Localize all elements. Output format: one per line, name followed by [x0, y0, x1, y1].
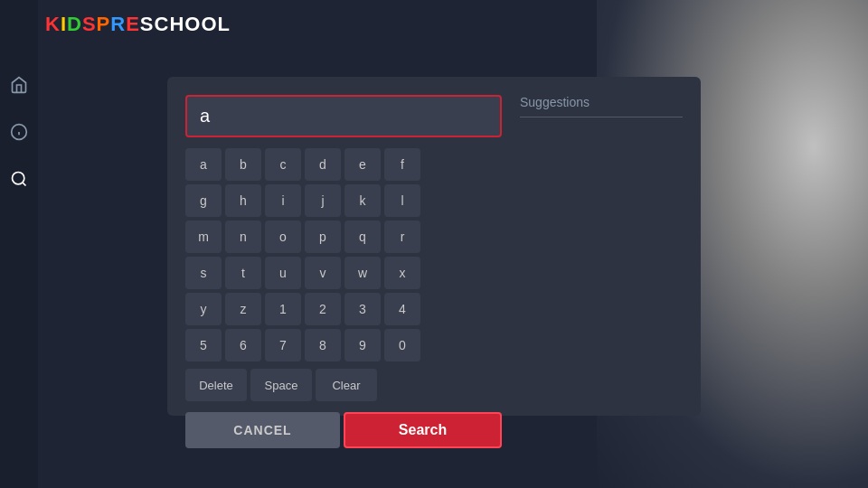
svg-point-3	[13, 173, 24, 184]
search-modal: a a b c d e f g h i j k l	[167, 77, 701, 416]
key-6[interactable]: 6	[225, 329, 261, 361]
key-d[interactable]: d	[305, 148, 341, 181]
key-7[interactable]: 7	[265, 329, 301, 361]
key-j[interactable]: j	[305, 184, 341, 217]
key-9[interactable]: 9	[344, 329, 381, 361]
key-l[interactable]: l	[384, 184, 420, 217]
key-4[interactable]: 4	[384, 293, 420, 325]
key-x[interactable]: x	[384, 257, 420, 289]
key-row-6: 5 6 7 8 9 0	[185, 329, 502, 361]
keyboard-grid: a b c d e f g h i j k l m n o p	[185, 148, 502, 401]
key-row-4: s t u v w x	[185, 257, 502, 289]
key-3[interactable]: 3	[344, 293, 381, 325]
key-m[interactable]: m	[185, 221, 222, 253]
info-icon[interactable]	[6, 119, 32, 145]
logo-r: R	[110, 13, 126, 36]
key-a[interactable]: a	[185, 148, 222, 181]
search-button[interactable]: Search	[344, 412, 502, 448]
bottom-buttons: CANCEL Search	[185, 412, 502, 448]
delete-key[interactable]: Delete	[185, 369, 247, 401]
search-input[interactable]: a	[185, 95, 502, 137]
logo-d: D	[67, 13, 82, 36]
key-1[interactable]: 1	[265, 293, 301, 325]
key-w[interactable]: w	[344, 257, 381, 289]
key-row-1: a b c d e f	[185, 148, 502, 181]
key-v[interactable]: v	[305, 257, 341, 289]
logo-school-text: SCHOOL	[140, 13, 231, 36]
svg-line-4	[23, 183, 26, 186]
clear-key[interactable]: Clear	[316, 369, 377, 401]
logo: KIDSPRE SCHOOL	[45, 13, 231, 36]
key-c[interactable]: c	[265, 148, 301, 181]
key-5[interactable]: 5	[185, 329, 222, 361]
key-n[interactable]: n	[225, 221, 261, 253]
cancel-button[interactable]: CANCEL	[185, 412, 340, 448]
key-f[interactable]: f	[384, 148, 420, 181]
key-s[interactable]: s	[185, 257, 222, 289]
logo-k: K	[45, 13, 61, 36]
logo-s: S	[82, 13, 97, 36]
key-b[interactable]: b	[225, 148, 261, 181]
logo-e: E	[126, 13, 140, 36]
key-z[interactable]: z	[225, 293, 261, 325]
key-2[interactable]: 2	[305, 293, 341, 325]
key-row-2: g h i j k l	[185, 184, 502, 217]
key-e[interactable]: e	[344, 148, 381, 181]
key-g[interactable]: g	[185, 184, 222, 217]
key-o[interactable]: o	[265, 221, 301, 253]
sidebar	[0, 0, 38, 488]
key-r[interactable]: r	[384, 221, 420, 253]
suggestions-panel: Suggestions	[520, 95, 683, 398]
key-row-5: y z 1 2 3 4	[185, 293, 502, 325]
key-0[interactable]: 0	[384, 329, 420, 361]
logo-p: P	[97, 13, 111, 36]
key-k[interactable]: k	[344, 184, 381, 217]
key-h[interactable]: h	[225, 184, 261, 217]
key-t[interactable]: t	[225, 257, 261, 289]
key-8[interactable]: 8	[305, 329, 341, 361]
suggestions-title: Suggestions	[520, 95, 683, 117]
key-y[interactable]: y	[185, 293, 222, 325]
action-row: Delete Space Clear	[185, 369, 502, 401]
key-u[interactable]: u	[265, 257, 301, 289]
space-key[interactable]: Space	[250, 369, 312, 401]
home-icon[interactable]	[6, 72, 32, 98]
key-p[interactable]: p	[305, 221, 341, 253]
keyboard-panel: a a b c d e f g h i j k l	[185, 95, 502, 398]
search-nav-icon[interactable]	[6, 166, 32, 192]
key-i[interactable]: i	[265, 184, 301, 217]
logo-i: I	[61, 13, 67, 36]
key-q[interactable]: q	[344, 221, 381, 253]
key-row-3: m n o p q r	[185, 221, 502, 253]
